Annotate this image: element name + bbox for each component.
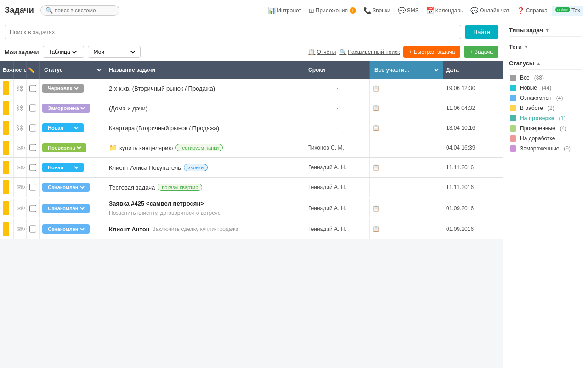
status-badge[interactable]: Ознакомлен <box>42 204 90 213</box>
td-task-name[interactable]: (Дома и дачи) <box>106 98 305 118</box>
row-checkbox[interactable] <box>29 104 36 112</box>
row-checkbox[interactable] <box>29 144 36 151</box>
status-select[interactable]: Ознакомлен <box>46 205 86 212</box>
advanced-search-link[interactable]: 🔍 Расширенный поиск <box>339 49 400 55</box>
status-select[interactable]: Проверена <box>46 144 83 151</box>
th-date: Дата <box>443 61 503 79</box>
td-task-name[interactable]: 2-х к.кв. (Вторичный рынок / Продажа) <box>106 79 305 98</box>
nav-calls[interactable]: 📞 Звонки <box>360 5 394 16</box>
td-checkbox[interactable] <box>27 178 40 197</box>
status-select[interactable]: Новая <box>46 125 80 131</box>
participants-header-select[interactable]: Все участи... <box>373 66 440 74</box>
td-status[interactable]: Ознакомлен <box>40 219 106 239</box>
td-task-name[interactable]: Заявка #425 <самвел петросян> Позвонить … <box>106 197 305 219</box>
reports-link[interactable]: 📋 Отчёты <box>308 49 336 55</box>
status-filter-item-frozen[interactable]: Замороженные (9) <box>509 144 582 154</box>
view-select[interactable]: Таблица Список Канбан <box>43 46 84 58</box>
tag-badge: показы квартир <box>158 184 202 191</box>
global-search-input[interactable] <box>55 7 114 14</box>
sub-icon: ↻ <box>21 226 25 232</box>
td-status[interactable]: Ознакомлен <box>40 178 106 197</box>
deadline-value: Тихонов С. М. <box>308 144 344 151</box>
status-badge[interactable]: Заморожена <box>42 104 90 113</box>
task-name-cell: 2-х к.кв. (Вторичный рынок / Продажа) <box>109 85 215 92</box>
td-status[interactable]: Новая <box>40 118 106 138</box>
status-select[interactable]: Ознакомлен <box>46 184 86 190</box>
status-select[interactable]: Ознакомлен <box>46 226 86 232</box>
status-select[interactable]: Новая <box>46 164 80 171</box>
find-button[interactable]: Найти <box>465 25 498 39</box>
th-status[interactable]: Статус <box>40 61 106 79</box>
status-dot <box>510 115 516 121</box>
td-checkbox[interactable] <box>27 219 40 239</box>
view-select-input[interactable]: Таблица Список Канбан <box>47 48 78 56</box>
td-checkbox[interactable] <box>27 98 40 118</box>
status-badge[interactable]: Новая <box>42 163 84 172</box>
nav-apps[interactable]: ⊞ Приложения ! <box>305 5 359 16</box>
status-filter-item-inwork[interactable]: В работе (2) <box>509 103 582 113</box>
td-checkbox[interactable] <box>27 158 40 177</box>
nav-tech[interactable]: online Тех <box>552 6 583 16</box>
statuses-section-header[interactable]: Статусы ▲ <box>509 56 582 70</box>
status-filter-item-verified[interactable]: Проверенные (4) <box>509 123 582 133</box>
row-checkbox[interactable] <box>29 85 36 92</box>
filter-select-input[interactable]: Мои Все Подчиненные <box>92 48 136 56</box>
status-select[interactable]: Заморожена <box>46 105 86 111</box>
status-badge[interactable]: Новая <box>42 123 84 132</box>
td-status[interactable]: Ознакомлен <box>40 199 106 218</box>
row-checkbox[interactable] <box>29 184 36 191</box>
nav-help[interactable]: ❓ Справка <box>514 5 551 16</box>
help-icon: ❓ <box>517 7 525 14</box>
td-task-name[interactable]: Тестовая задача показы квартир <box>106 178 305 197</box>
nav-links: 📊 Интранет ⊞ Приложения ! 📞 Звонки 💬 SMS… <box>265 5 583 16</box>
th-participants[interactable]: Все участи... <box>370 61 443 79</box>
row-checkbox[interactable] <box>29 164 36 171</box>
row-checkbox[interactable] <box>29 225 36 233</box>
td-msg-icon: ✉ ↻ <box>14 219 27 239</box>
td-participant <box>370 178 443 197</box>
status-badge[interactable]: Черновик <box>42 84 84 93</box>
filter-select[interactable]: Мои Все Подчиненные <box>88 46 141 58</box>
types-section-header[interactable]: Типы задач ▼ <box>509 26 582 37</box>
status-header-select[interactable]: Статус <box>42 66 103 74</box>
td-task-name[interactable]: 📁 купить канцелярию тестируем папки <box>106 138 305 157</box>
status-select[interactable]: Черновик <box>46 85 80 92</box>
status-badge[interactable]: Ознакомлен <box>42 183 90 192</box>
quick-task-button[interactable]: + Быстрая задача <box>403 46 460 58</box>
date-value: 01.09.2016 <box>446 205 474 212</box>
td-checkbox[interactable] <box>27 118 40 138</box>
td-task-name[interactable]: Квартира (Вторичный рынок / Продажа) <box>106 118 305 138</box>
td-checkbox[interactable] <box>27 79 40 98</box>
td-status[interactable]: Заморожена <box>40 98 106 118</box>
task-title: Клиент Алиса Покупатель <box>109 164 181 171</box>
td-checkbox[interactable] <box>27 138 40 157</box>
status-filter-item-review[interactable]: На проверке (1) <box>509 113 582 123</box>
td-checkbox[interactable] <box>27 199 40 218</box>
status-badge[interactable]: Ознакомлен <box>42 224 90 234</box>
td-participant: 📋 <box>370 118 443 138</box>
task-search-input[interactable] <box>5 25 461 39</box>
status-filter-item-acquainted[interactable]: Ознакомлен (4) <box>509 93 582 103</box>
date-value: 13.04 10:16 <box>446 125 475 131</box>
td-deadline: Тихонов С. М. <box>305 138 370 157</box>
nav-analytics[interactable]: 📊 Интранет <box>265 5 305 16</box>
status-badge[interactable]: Проверена <box>42 143 86 152</box>
status-filter-item-new[interactable]: Новые (44) <box>509 83 582 93</box>
td-status[interactable]: Проверена <box>40 138 106 157</box>
td-status[interactable]: Черновик <box>40 79 106 98</box>
td-task-name[interactable]: Клиент Алиса Покупатель звонки <box>106 158 305 177</box>
new-task-button[interactable]: + Задача <box>464 46 498 58</box>
nav-sms[interactable]: 💬 SMS <box>395 5 422 16</box>
status-filter-item-rework[interactable]: На доработке <box>509 133 582 144</box>
status-filter-item-all[interactable]: Все (88) <box>509 73 582 83</box>
row-checkbox[interactable] <box>29 124 36 132</box>
global-search-box[interactable]: 🔍 <box>40 5 119 16</box>
td-status[interactable]: Новая <box>40 158 106 177</box>
task-toolbar: Мои задачи Таблица Список Канбан Мои Все… <box>0 43 503 61</box>
nav-calendar[interactable]: 📅 Календарь <box>423 5 467 16</box>
tags-section-header[interactable]: Теги ▼ <box>509 40 582 53</box>
td-task-name[interactable]: Клиент Антон Заключить сделку купли-прод… <box>106 219 305 239</box>
nav-online-chat[interactable]: 💬 Онлайн чат <box>467 5 512 16</box>
row-checkbox[interactable] <box>29 205 36 212</box>
td-msg-icon: ✉ ↻ <box>14 199 27 218</box>
